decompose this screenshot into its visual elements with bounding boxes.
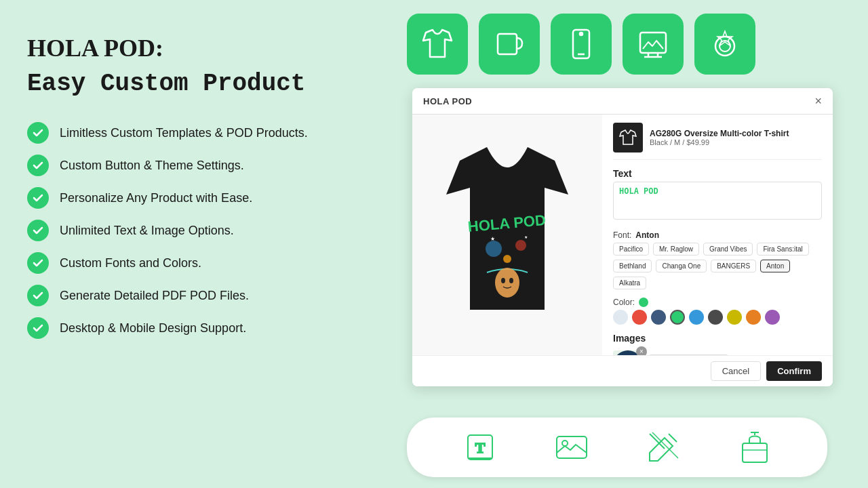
font-chips-container: PacificoMr. RaglowGrand VibesFira Sans:i… [613, 243, 822, 289]
svg-text:T: T [475, 439, 485, 456]
feature-text: Unlimited Text & Image Options. [60, 224, 234, 238]
color-swatch[interactable] [708, 310, 723, 325]
check-icon [27, 187, 49, 209]
color-label: Color: [613, 298, 635, 307]
product-details: AG280G Oversize Multi-color T-shirt Blac… [650, 129, 789, 146]
images-section: Images [613, 333, 822, 355]
modal-title: HOLA POD [423, 96, 472, 106]
phone-product-btn[interactable] [551, 14, 612, 75]
color-swatch[interactable] [651, 310, 666, 325]
font-chip[interactable]: Pacifico [613, 243, 649, 256]
confirm-button[interactable]: Confirm [766, 361, 822, 381]
color-selected-dot [639, 298, 648, 307]
product-variant: Black / M / $49.99 [650, 138, 789, 146]
framed-art-product-btn[interactable] [623, 14, 684, 75]
svg-point-29 [562, 441, 568, 446]
font-chip[interactable]: Fira Sans:ital [757, 243, 808, 256]
text-tool-icon: T [461, 428, 499, 466]
font-chip[interactable]: Grand Vibes [703, 243, 753, 256]
font-chip[interactable]: Bethland [613, 260, 652, 272]
image-upload-area: × Upload Images [613, 350, 822, 355]
checkmark-svg [32, 224, 44, 237]
checkmark-svg [32, 257, 44, 269]
text-section: Text HOLA POD [613, 168, 822, 222]
check-icon [27, 155, 49, 176]
feature-text: Desktop & Mobile Design Support. [60, 321, 246, 336]
image-tool-icon [553, 428, 591, 466]
feature-item: Desktop & Mobile Design Support. [27, 317, 393, 339]
checkmark-svg [32, 322, 44, 334]
text-input[interactable]: HOLA POD [613, 182, 822, 220]
mug-product-btn[interactable] [479, 14, 540, 75]
color-swatch[interactable] [689, 310, 704, 325]
ring-product-btn[interactable] [694, 14, 755, 75]
feature-text: Custom Fonts and Colors. [60, 256, 201, 270]
color-swatch[interactable] [632, 310, 647, 325]
modal-footer: Cancel Confirm [412, 355, 833, 386]
modal-window: HOLA POD × HOLA POD ★ ★ [412, 88, 833, 386]
feature-item: Custom Fonts and Colors. [27, 252, 393, 274]
svg-point-19 [509, 278, 513, 283]
color-swatch[interactable] [765, 310, 780, 325]
svg-text:★: ★ [490, 236, 495, 242]
checkmark-svg [32, 289, 44, 302]
feature-list: Limitless Custom Templates & POD Product… [27, 122, 393, 339]
check-icon [27, 220, 49, 241]
feature-text: Generate Detailed PDF POD Files. [60, 289, 249, 303]
check-icon [27, 252, 49, 274]
feature-item: Personalize Any Product with Ease. [27, 187, 393, 209]
product-thumbnail [613, 123, 643, 152]
feature-text: Custom Button & Theme Settings. [60, 159, 244, 173]
design-tool-icon [644, 428, 682, 466]
svg-point-13 [515, 240, 526, 251]
color-swatch[interactable] [670, 310, 685, 325]
svg-point-3 [580, 33, 583, 35]
image-tool-button[interactable] [553, 428, 591, 466]
svg-line-31 [650, 434, 665, 449]
color-swatch[interactable] [727, 310, 742, 325]
svg-rect-0 [498, 34, 517, 54]
color-row: Color: [613, 298, 822, 307]
image-thumb-container: × [613, 350, 643, 355]
modal-close-button[interactable]: × [814, 95, 822, 107]
feature-item: Generate Detailed PDF POD Files. [27, 285, 393, 306]
font-chip[interactable]: Changa One [656, 260, 707, 272]
color-swatch[interactable] [746, 310, 761, 325]
color-swatches [613, 310, 822, 325]
svg-point-8 [715, 37, 734, 56]
product-name: AG280G Oversize Multi-color T-shirt [650, 129, 789, 138]
checkmark-svg [32, 127, 44, 139]
svg-point-14 [503, 255, 511, 263]
font-chip[interactable]: BANGERS [711, 260, 756, 272]
bag-tool-button[interactable] [736, 428, 774, 466]
checkmark-svg [32, 159, 44, 171]
mug-icon [491, 26, 528, 62]
feature-item: Unlimited Text & Image Options. [27, 220, 393, 241]
modal-right-panel: AG280G Oversize Multi-color T-shirt Blac… [602, 115, 833, 355]
font-chip[interactable]: Alkatra [613, 277, 646, 289]
feature-text: Limitless Custom Templates & POD Product… [60, 126, 308, 140]
tshirt-preview-svg: HOLA POD ★ ★ [433, 140, 582, 330]
color-section: Color: [613, 298, 822, 325]
product-info: AG280G Oversize Multi-color T-shirt Blac… [613, 123, 822, 160]
font-chip[interactable]: Anton [760, 260, 790, 272]
font-chip[interactable]: Mr. Raglow [653, 243, 699, 256]
tshirt-product-btn[interactable] [407, 14, 468, 75]
check-icon [27, 317, 49, 339]
tshirt-icon [419, 26, 456, 62]
svg-rect-28 [557, 436, 587, 458]
framed-art-icon [635, 26, 671, 62]
svg-line-30 [669, 434, 677, 442]
image-remove-button[interactable]: × [636, 346, 647, 355]
text-tool-button[interactable]: T [461, 428, 499, 466]
product-thumb-icon [617, 127, 639, 148]
svg-text:★: ★ [524, 235, 528, 239]
font-chips: PacificoMr. RaglowGrand VibesFira Sans:i… [613, 243, 822, 289]
color-swatch[interactable] [613, 310, 628, 325]
font-current: Anton [635, 230, 659, 240]
tshirt-preview-area: HOLA POD ★ ★ [412, 115, 602, 355]
cancel-button[interactable]: Cancel [711, 361, 761, 381]
design-tool-button[interactable] [644, 428, 682, 466]
bag-tool-icon [736, 428, 774, 466]
check-icon [27, 122, 49, 144]
